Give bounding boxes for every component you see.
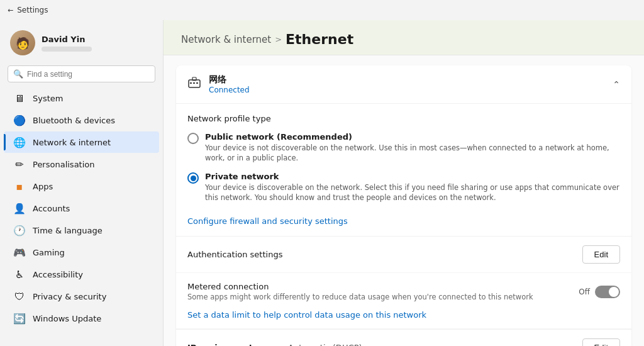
chevron-up-icon[interactable]: ⌃ [613,79,620,89]
ip-row: IP assignment: Automatic (DHCP) Edit [176,329,631,346]
nav-item-update[interactable]: 🔄 Windows Update [4,308,159,329]
update-icon: 🔄 [14,313,25,324]
avatar[interactable]: 🧑 [10,30,35,55]
apps-icon: ▪ [14,181,25,192]
nav-label-bluetooth: Bluetooth & devices [33,116,115,125]
private-network-label: Private network [205,172,620,181]
private-network-option[interactable]: Private network Your device is discovera… [187,172,620,203]
back-button[interactable]: ← [8,6,13,14]
nav-label-gaming: Gaming [33,248,65,257]
search-box[interactable]: 🔍 [8,65,155,82]
public-network-option[interactable]: Public network (Recommended) Your device… [187,132,620,163]
toggle-container: Off [579,286,620,298]
nav-label-apps: Apps [33,182,53,191]
ethernet-icon [187,76,201,93]
breadcrumb-current: Ethernet [286,31,353,47]
metered-toggle[interactable] [595,286,620,298]
private-network-text: Private network Your device is discovera… [205,172,620,203]
nav-item-system[interactable]: 🖥 System [4,87,159,109]
nav-label-accounts: Accounts [33,204,70,213]
nav-item-bluetooth[interactable]: 🔵 Bluetooth & devices [4,109,159,131]
nav-label-time: Time & language [33,226,103,235]
nav-label-system: System [33,94,63,103]
breadcrumb: Network & internet > Ethernet [181,31,626,47]
public-network-label: Public network (Recommended) [205,132,620,142]
profile-info: David Yin [42,35,92,52]
nav-label-accessibility: Accessibility [33,270,83,279]
system-icon: 🖥 [14,92,25,104]
metered-row-inner: Metered connection Some apps might work … [187,282,620,301]
profile-subtitle [42,47,92,52]
firewall-link[interactable]: Configure firewall and security settings [187,216,348,226]
auth-edit-button[interactable]: Edit [582,245,620,264]
network-icon: 🌐 [14,137,25,148]
auth-label-group: Authentication settings [187,250,282,259]
metered-row: Metered connection Some apps might work … [176,273,631,329]
toggle-off-label: Off [579,287,590,296]
nav-label-network: Network & internet [33,138,111,147]
auth-settings-row: Authentication settings Edit [176,237,631,273]
nav-item-accounts[interactable]: 👤 Accounts [4,198,159,219]
svg-rect-3 [190,82,192,84]
svg-rect-5 [196,82,198,84]
nav-item-time[interactable]: 🕐 Time & language [4,220,159,241]
nav-item-personalisation[interactable]: ✏️ Personalisation [4,153,159,175]
nav-label-privacy: Privacy & security [33,292,106,301]
titlebar: ← Settings [0,0,644,20]
auth-label: Authentication settings [187,250,282,259]
network-subtitle: Connected [209,86,250,94]
profile-name: David Yin [42,35,92,44]
avatar-face: 🧑 [10,30,35,55]
private-network-desc: Your device is discoverable on the netwo… [205,182,620,203]
ip-label: IP assignment: [187,343,288,346]
sidebar: 🧑 David Yin 🔍 🖥 System 🔵 Bluetooth & dev… [0,20,164,346]
nav-item-network[interactable]: 🌐 Network & internet [4,131,159,153]
main-layout: 🧑 David Yin 🔍 🖥 System 🔵 Bluetooth & dev… [0,20,644,346]
nav-label-update: Windows Update [33,314,101,323]
network-section-card: 网络 Connected ⌃ Network profile type Publ… [176,65,631,346]
public-network-text: Public network (Recommended) Your device… [205,132,620,163]
content-area: Network & internet > Ethernet [164,20,644,346]
profile-type-section: Network profile type Public network (Rec… [176,104,631,237]
accounts-icon: 👤 [14,203,25,214]
profile-section: 🧑 David Yin [0,25,163,65]
network-title: 网络 [209,74,250,86]
public-network-desc: Your device is not discoverable on the n… [205,143,620,163]
titlebar-title: Settings [17,6,48,14]
breadcrumb-separator: > [275,35,282,44]
gaming-icon: 🎮 [14,247,25,258]
personalisation-icon: ✏️ [14,159,25,170]
svg-rect-4 [193,82,195,84]
metered-desc: Some apps might work differently to redu… [187,293,533,301]
ip-value: Automatic (DHCP) [288,343,582,346]
network-section-header[interactable]: 网络 Connected ⌃ [176,65,631,104]
section-title-group: 网络 Connected [209,74,250,94]
nav-item-gaming[interactable]: 🎮 Gaming [4,242,159,263]
bluetooth-icon: 🔵 [14,114,25,126]
breadcrumb-parent[interactable]: Network & internet [181,34,271,45]
private-network-radio[interactable] [187,172,199,184]
nav-label-personalisation: Personalisation [33,160,95,169]
nav-item-apps[interactable]: ▪ Apps [4,176,159,197]
accessibility-icon: ♿ [14,269,25,280]
metered-label-group: Metered connection Some apps might work … [187,282,533,301]
nav-item-accessibility[interactable]: ♿ Accessibility [4,264,159,285]
metered-label: Metered connection [187,282,533,291]
search-input[interactable] [27,70,150,79]
time-icon: 🕐 [14,225,25,236]
nav-item-privacy[interactable]: 🛡 Privacy & security [4,286,159,307]
privacy-icon: 🛡 [14,291,25,302]
section-header-left: 网络 Connected [187,74,250,94]
public-network-radio[interactable] [187,133,199,144]
profile-type-title: Network profile type [187,114,620,123]
content-header: Network & internet > Ethernet [164,20,644,55]
ip-edit-button[interactable]: Edit [582,338,620,346]
data-limit-link[interactable]: Set a data limit to help control data us… [187,310,620,320]
search-icon: 🔍 [13,69,23,79]
